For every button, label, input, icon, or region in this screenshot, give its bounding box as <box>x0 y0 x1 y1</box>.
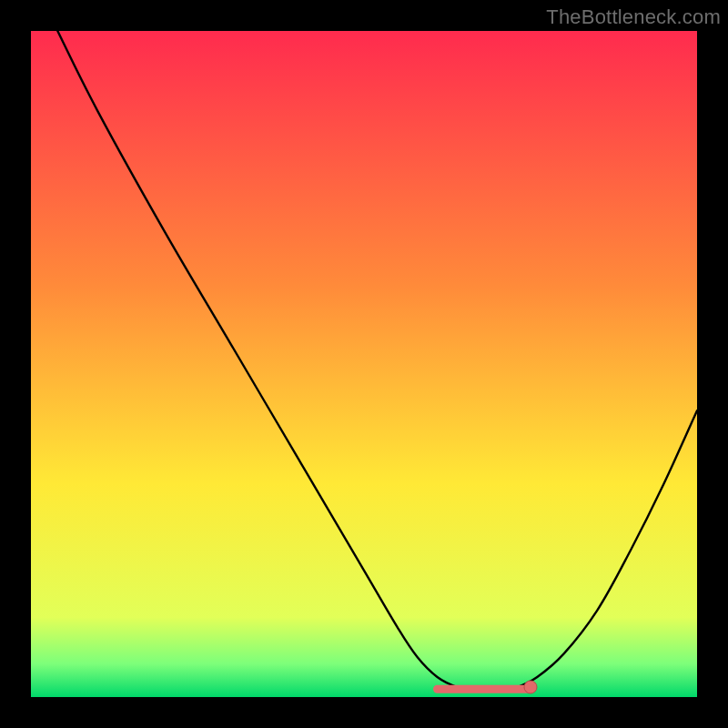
end-marker <box>524 681 537 693</box>
plot-background <box>31 31 697 697</box>
chart-frame: TheBottleneck.com <box>0 0 728 728</box>
bottleneck-plot <box>31 31 697 697</box>
watermark-text: TheBottleneck.com <box>546 5 721 29</box>
